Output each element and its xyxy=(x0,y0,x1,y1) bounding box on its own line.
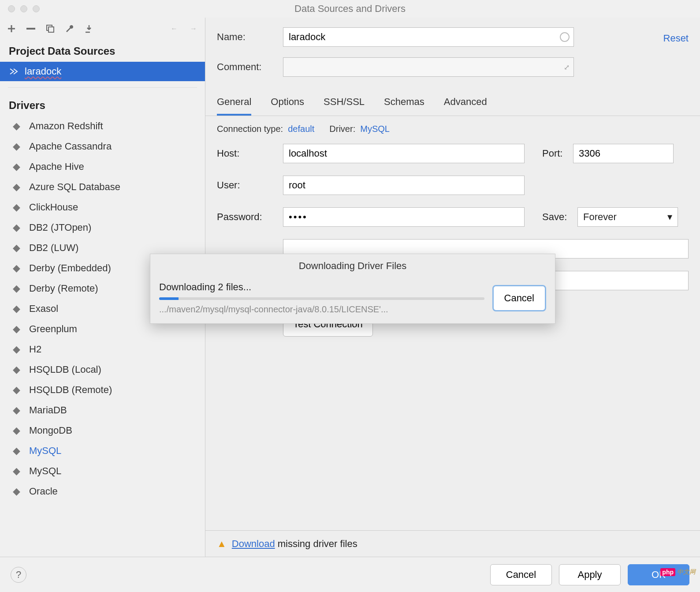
driver-label: Azure SQL Database xyxy=(29,181,120,193)
dialog-cancel-button[interactable]: Cancel xyxy=(492,285,546,311)
name-input[interactable] xyxy=(283,27,574,47)
minimize-window-icon[interactable] xyxy=(20,5,27,12)
driver-label: MariaDB xyxy=(29,405,67,416)
driver-icon: ◆ xyxy=(11,486,22,497)
zoom-window-icon[interactable] xyxy=(33,5,40,12)
svg-rect-0 xyxy=(26,28,35,30)
warning-icon: ▲ xyxy=(217,538,227,550)
driver-item[interactable]: ◆DB2 (JTOpen) xyxy=(0,217,205,238)
driver-icon: ◆ xyxy=(11,323,22,335)
cancel-button[interactable]: Cancel xyxy=(490,564,552,585)
status-ring-icon xyxy=(560,32,570,42)
tab-advanced[interactable]: Advanced xyxy=(444,92,487,116)
divider xyxy=(8,87,197,88)
driver-item[interactable]: ◆MySQL xyxy=(0,441,205,461)
save-label: Save: xyxy=(542,211,577,223)
driver-label: H2 xyxy=(29,344,41,355)
password-input[interactable] xyxy=(283,207,525,227)
watermark: php中文网 xyxy=(660,568,696,576)
port-label: Port: xyxy=(542,148,573,159)
driver-item[interactable]: ◆Apache Cassandra xyxy=(0,136,205,157)
tab-general[interactable]: General xyxy=(217,92,251,116)
connection-type-value[interactable]: default xyxy=(288,124,314,134)
import-icon[interactable] xyxy=(84,23,94,34)
driver-item[interactable]: ◆H2 xyxy=(0,339,205,360)
expand-icon[interactable]: ⤢ xyxy=(564,63,570,71)
close-window-icon[interactable] xyxy=(8,5,15,12)
driver-item[interactable]: ◆HSQLDB (Local) xyxy=(0,360,205,380)
svg-rect-2 xyxy=(48,27,54,32)
download-link[interactable]: Download xyxy=(232,538,275,549)
name-label: Name: xyxy=(217,31,283,43)
driver-item[interactable]: ◆Azure SQL Database xyxy=(0,177,205,197)
driver-icon: ◆ xyxy=(11,262,22,274)
user-input[interactable] xyxy=(283,176,525,195)
driver-label: HSQLDB (Remote) xyxy=(29,384,112,396)
notice-text: missing driver files xyxy=(275,538,357,549)
driver-value[interactable]: MySQL xyxy=(360,124,390,134)
chevron-down-icon: ▾ xyxy=(667,211,672,223)
driver-icon: ◆ xyxy=(11,222,22,233)
driver-icon: ◆ xyxy=(11,344,22,355)
apply-button[interactable]: Apply xyxy=(559,564,621,585)
driver-label: Driver: xyxy=(329,124,355,134)
driver-icon: ◆ xyxy=(11,445,22,457)
driver-icon: ◆ xyxy=(11,364,22,375)
driver-icon: ◆ xyxy=(11,120,22,132)
driver-label: MongoDB xyxy=(29,425,72,436)
driver-label: HSQLDB (Local) xyxy=(29,364,101,375)
project-data-sources-header: Project Data Sources xyxy=(0,40,205,62)
comment-input[interactable] xyxy=(283,57,574,77)
host-label: Host: xyxy=(217,148,283,159)
driver-icon: ◆ xyxy=(11,384,22,396)
host-input[interactable] xyxy=(283,144,525,163)
driver-icon: ◆ xyxy=(11,161,22,172)
data-source-label: laradock xyxy=(25,66,61,77)
wrench-icon[interactable] xyxy=(64,23,75,34)
driver-icon: ◆ xyxy=(11,141,22,152)
add-icon[interactable] xyxy=(6,23,17,34)
back-icon[interactable]: ← xyxy=(169,23,179,34)
driver-label: MySQL xyxy=(29,445,61,457)
driver-item[interactable]: ◆HSQLDB (Remote) xyxy=(0,380,205,400)
help-button[interactable]: ? xyxy=(11,567,26,583)
connection-type-label: Connection type: xyxy=(217,124,283,134)
window-controls xyxy=(8,5,40,12)
driver-item[interactable]: ◆MySQL xyxy=(0,461,205,481)
driver-label: Derby (Remote) xyxy=(29,283,98,294)
driver-label: Greenplum xyxy=(29,323,77,335)
download-dialog: Downloading Driver Files Downloading 2 f… xyxy=(150,254,555,324)
reset-link[interactable]: Reset xyxy=(663,33,689,44)
driver-icon: ◆ xyxy=(11,405,22,416)
dialog-title: Downloading Driver Files xyxy=(150,254,555,278)
dialog-footer: ? Cancel Apply OK xyxy=(0,557,700,592)
driver-item[interactable]: ◆ClickHouse xyxy=(0,197,205,217)
driver-label: Derby (Embedded) xyxy=(29,262,111,274)
copy-icon[interactable] xyxy=(45,23,56,34)
titlebar: Data Sources and Drivers xyxy=(0,0,700,18)
driver-label: DB2 (JTOpen) xyxy=(29,222,91,233)
password-label: Password: xyxy=(217,211,283,223)
driver-item[interactable]: ◆Amazon Redshift xyxy=(0,116,205,136)
forward-icon[interactable]: → xyxy=(188,23,199,34)
driver-icon: ◆ xyxy=(11,202,22,213)
driver-item[interactable]: ◆Oracle xyxy=(0,481,205,502)
tab-sshssl[interactable]: SSH/SSL xyxy=(324,92,365,116)
save-select[interactable]: Forever ▾ xyxy=(577,207,678,227)
driver-icon: ◆ xyxy=(11,303,22,315)
port-input[interactable] xyxy=(573,144,674,163)
driver-label: Apache Cassandra xyxy=(29,141,112,152)
data-source-item[interactable]: laradock xyxy=(0,62,205,81)
driver-label: Amazon Redshift xyxy=(29,120,103,132)
driver-item[interactable]: ◆MongoDB xyxy=(0,420,205,441)
driver-icon: ◆ xyxy=(11,465,22,477)
tab-schemas[interactable]: Schemas xyxy=(384,92,424,116)
tabs: GeneralOptionsSSH/SSLSchemasAdvanced xyxy=(205,92,700,116)
datasource-icon xyxy=(9,67,19,76)
driver-notice: ▲ Download missing driver files xyxy=(205,530,700,557)
remove-icon[interactable] xyxy=(26,23,36,34)
driver-item[interactable]: ◆MariaDB xyxy=(0,400,205,420)
driver-label: DB2 (LUW) xyxy=(29,242,78,254)
driver-item[interactable]: ◆Apache Hive xyxy=(0,157,205,177)
tab-options[interactable]: Options xyxy=(271,92,304,116)
